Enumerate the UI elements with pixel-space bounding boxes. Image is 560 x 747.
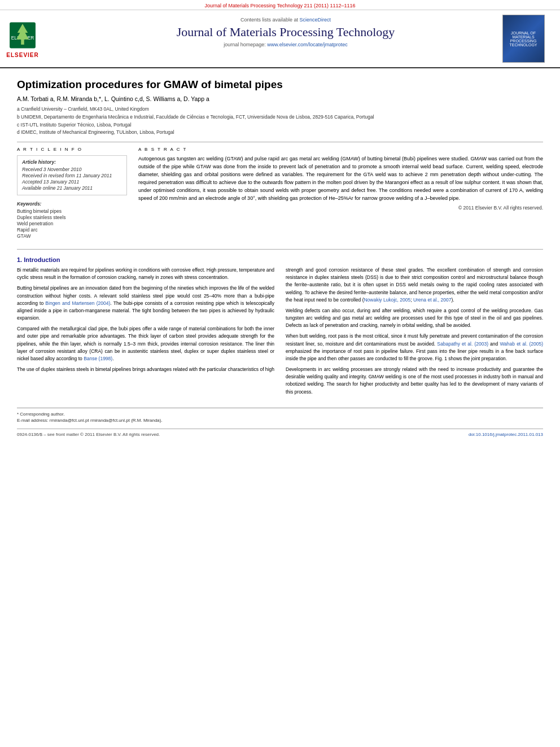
intro-text-columns: Bi metallic materials are required for p… — [17, 267, 543, 399]
intro-section-name: Introduction — [24, 256, 60, 263]
article-info-box: Article history: Received 3 November 201… — [17, 155, 127, 195]
journal-title-section: Contents lists available at ScienceDirec… — [73, 15, 498, 63]
accepted-date: Accepted 13 January 2011 — [22, 179, 122, 185]
introduction-section: 1. Introduction Bi metallic materials ar… — [17, 256, 543, 399]
intro-para-1: Bi metallic materials are required for p… — [17, 267, 274, 281]
revised-date: Received in revised form 11 January 2011 — [22, 173, 122, 178]
abstract-col: A B S T R A C T Autogenous gas tungsten … — [138, 147, 543, 244]
available-date: Available online 21 January 2011 — [22, 185, 122, 191]
elsevier-tree-icon: ELSEVIER — [6, 20, 40, 51]
intro-section-num: 1. — [17, 256, 22, 263]
intro-para-2: Butting bimetal pipelines are an innovat… — [17, 285, 274, 322]
ref-urena[interactable]: Urena et al., 2007 — [413, 297, 452, 303]
elsevier-wordmark: ELSEVIER — [6, 52, 38, 58]
intro-right-col: strength and good corrosion resistance o… — [286, 267, 543, 399]
history-title: Article history: — [22, 159, 122, 165]
intro-right-para-4: Developments in arc welding processes ar… — [286, 366, 543, 396]
top-bar: Journal of Materials Processing Technolo… — [0, 0, 560, 10]
intro-para-3: Compared with the metallurgical clad pip… — [17, 325, 274, 362]
paper-title: Optimization procedures for GMAW of bime… — [17, 78, 543, 91]
article-info-col: A R T I C L E I N F O Article history: R… — [17, 147, 127, 244]
article-info-header: A R T I C L E I N F O — [17, 147, 127, 152]
affiliations: a Cranfield University – Cranfield, MK43… — [17, 106, 543, 136]
intro-right-para-1: strength and good corrosion resistance o… — [286, 267, 543, 304]
intro-left-col: Bi metallic materials are required for p… — [17, 267, 274, 399]
email-note: E-mail address: rmiranda@fct.unl.pt rmir… — [17, 418, 543, 423]
intro-para-4: The use of duplex stainless steels in bi… — [17, 366, 274, 373]
elsevier-branding: ELSEVIER ELSEVIER — [6, 15, 73, 63]
ref-nowakiy[interactable]: Nowakiy Lukojc, 2005 — [364, 297, 410, 303]
email-link[interactable]: rmiranda@fct.unl.pt — [50, 418, 89, 423]
affiliation-b: b UNIDEMI, Departamento de Engenharia Me… — [17, 113, 543, 121]
journal-reference[interactable]: Journal of Materials Processing Technolo… — [204, 3, 355, 8]
divider-2 — [17, 249, 543, 250]
journal-homepage-line: journal homepage: www.elsevier.com/locat… — [73, 42, 498, 47]
sciencedirect-link[interactable]: ScienceDirect — [300, 17, 331, 23]
elsevier-logo: ELSEVIER ELSEVIER — [6, 20, 40, 58]
keyword-2: Duplex stainless steels — [17, 215, 127, 220]
authors-text: A.M. Torbati a, R.M. Miranda b,*, L. Qui… — [17, 95, 209, 102]
keyword-4: Rapid arc — [17, 227, 127, 233]
intro-right-para-3: When butt welding, root pass is the most… — [286, 333, 543, 362]
sciencedirect-line: Contents lists available at ScienceDirec… — [73, 17, 498, 23]
keywords-box: Keywords: Butting bimetal pipes Duplex s… — [17, 201, 127, 239]
doi-info: doi:10.1016/j.jmatprotec.2011.01.013 — [469, 432, 543, 437]
journal-title: Journal of Materials Processing Technolo… — [73, 25, 498, 40]
intro-section-title: 1. Introduction — [17, 256, 543, 263]
authors-line: A.M. Torbati a, R.M. Miranda b,*, L. Qui… — [17, 95, 543, 102]
keywords-title: Keywords: — [17, 201, 127, 207]
abstract-text: Autogenous gas tungsten arc welding (GTA… — [138, 155, 543, 203]
article-info-abstract-section: A R T I C L E I N F O Article history: R… — [17, 147, 543, 244]
journal-homepage-link[interactable]: www.elsevier.com/locate/jmatprotec — [267, 42, 348, 47]
abstract-header: A B S T R A C T — [138, 147, 543, 152]
keyword-5: GTAW — [17, 233, 127, 239]
ref-sabapathy[interactable]: Sabapathy et al. (2003) — [437, 341, 488, 347]
affiliation-c: c IST-UTL Instituto Superior Técnico, Li… — [17, 121, 543, 129]
affiliation-a: a Cranfield University – Cranfield, MK43… — [17, 106, 543, 113]
journal-header: ELSEVIER ELSEVIER Contents lists availab… — [0, 10, 560, 68]
keyword-3: Weld penetration — [17, 221, 127, 226]
corresponding-author-note: * Corresponding author. — [17, 412, 543, 417]
affiliation-d: d IDMEC, Institute of Mechanical Enginee… — [17, 129, 543, 136]
journal-cover-image: JOURNAL OF MATERIALS PROCESSING TECHNOLO… — [502, 15, 545, 63]
received-date: Received 3 November 2010 — [22, 167, 122, 172]
paper-body: Optimization procedures for GMAW of bime… — [0, 68, 560, 448]
footnote-area: * Corresponding author. E-mail address: … — [17, 408, 543, 423]
abstract-copyright: © 2011 Elsevier B.V. All rights reserved… — [138, 205, 543, 211]
intro-right-para-2: Welding defects can also occur, during a… — [286, 307, 543, 330]
divider-1 — [17, 142, 543, 142]
doi-link[interactable]: doi:10.1016/j.jmatprotec.2011.01.013 — [469, 432, 543, 437]
ref-wahab[interactable]: Wahab et al. (2005) — [500, 341, 543, 347]
ref-bingen[interactable]: Bingen and Martensen (2004) — [45, 300, 110, 306]
bottom-bar: 0924-0136/$ – see front matter © 2011 El… — [17, 429, 543, 437]
ref-banse[interactable]: Banse (1998) — [84, 356, 112, 361]
keyword-1: Butting bimetal pipes — [17, 208, 127, 214]
issn-info: 0924-0136/$ – see front matter © 2011 El… — [17, 432, 160, 437]
journal-cover-area: JOURNAL OF MATERIALS PROCESSING TECHNOLO… — [498, 15, 549, 63]
